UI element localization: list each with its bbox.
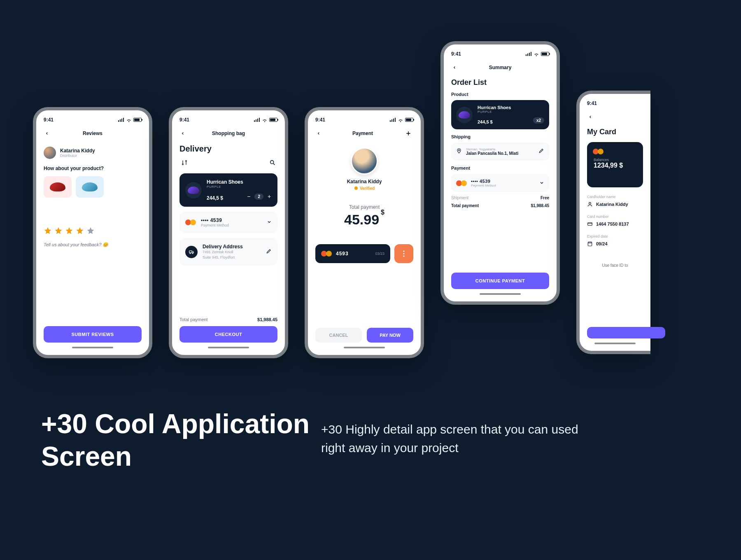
status-bar: 9:41	[44, 116, 142, 124]
status-time: 9:41	[451, 51, 461, 57]
section-heading: Order List	[451, 78, 549, 87]
minus-button[interactable]: −	[246, 193, 251, 200]
search-button[interactable]	[268, 158, 277, 168]
shipping-card[interactable]: Sleman, Yogyakarta Jalan Pancasila No.1,…	[451, 142, 549, 161]
card-last4: 4593	[336, 251, 349, 257]
wifi-icon	[126, 118, 132, 122]
status-bar: 9:41	[315, 116, 413, 124]
status-time: 9:41	[44, 117, 54, 123]
cancel-button[interactable]: CANCEL	[315, 328, 362, 343]
svg-rect-1	[189, 251, 192, 253]
back-button[interactable]	[44, 130, 50, 137]
total-label: Total payment	[179, 317, 207, 322]
address-title: Delivery Address	[203, 244, 243, 250]
edit-button[interactable]	[266, 248, 272, 256]
chevron-down-icon[interactable]	[267, 219, 272, 226]
total-amount: 45.99$	[344, 212, 384, 228]
truck-icon	[185, 246, 198, 258]
qty-stepper[interactable]: − 2 +	[246, 193, 272, 200]
signal-icon	[118, 118, 124, 122]
star-icon[interactable]	[76, 226, 84, 236]
add-button[interactable]	[403, 128, 413, 138]
row-label: Shipment	[451, 196, 468, 200]
reviewer-row: Katarina Kiddy Distributor	[44, 147, 142, 159]
credit-card[interactable]: Balances 1234,99 $	[587, 142, 643, 187]
mastercard-icon	[185, 219, 196, 226]
pay-now-button[interactable]: PAY NOW	[367, 328, 413, 343]
chevron-down-icon[interactable]	[539, 180, 544, 187]
product-thumb[interactable]	[76, 176, 104, 198]
card-number-field[interactable]: 1464 7550 8137	[587, 221, 643, 227]
product-name: Hurrican Shoes	[207, 179, 272, 185]
payment-sub: Payment Method	[471, 184, 535, 187]
label-payment: Payment	[451, 166, 549, 170]
back-button[interactable]	[179, 130, 186, 137]
product-thumb	[185, 182, 202, 198]
payer-name: Katarina Kiddy	[315, 179, 413, 184]
card-icon	[587, 221, 593, 227]
svg-point-5	[403, 250, 404, 252]
cart-item-card[interactable]: Hurrican Shoes PURPLE 244,5 $ − 2 +	[179, 173, 277, 207]
filter-button[interactable]	[179, 158, 189, 168]
battery-icon	[133, 118, 142, 122]
wifi-icon	[534, 52, 539, 56]
back-button[interactable]	[451, 64, 458, 71]
submit-reviews-button[interactable]: SUBMIT REVIEWS	[44, 326, 142, 343]
total-value: $1,988.45	[257, 317, 277, 322]
selected-card[interactable]: 4593 03/23	[315, 244, 390, 263]
marketing-subline: +30 Highly detail app screen that you ca…	[321, 420, 585, 457]
status-bar: 9:41	[451, 50, 549, 58]
cardholder-field[interactable]: Katarina Kiddy	[587, 201, 643, 207]
card-last4: •••• 4539	[471, 179, 535, 184]
star-icon[interactable]	[65, 226, 73, 236]
payment-card[interactable]: •••• 4539 Payment Method	[451, 174, 549, 192]
marketing-headline: +30 Cool Application Screen	[41, 408, 354, 473]
status-time: 9:41	[315, 117, 325, 123]
page-title: Payment	[352, 131, 373, 136]
checkout-button[interactable]: CHECKOUT	[179, 326, 277, 343]
more-button[interactable]	[394, 244, 413, 263]
label-shipping: Shipping	[451, 134, 549, 139]
feedback-prompt[interactable]: Tell us about your feedback? 😊	[44, 242, 142, 247]
star-icon[interactable]	[86, 226, 95, 236]
phone-summary: 9:41 Summary Order List Product Hurrican…	[440, 41, 560, 305]
svg-point-9	[589, 202, 591, 204]
back-button[interactable]	[315, 130, 322, 137]
avatar	[44, 147, 56, 159]
status-bar: 9:41	[179, 116, 277, 124]
star-icon[interactable]	[44, 226, 52, 236]
star-icon[interactable]	[54, 226, 63, 236]
phone-shopping-bag: 9:41 Shopping bag Delivery Hurrican Shoe…	[169, 107, 288, 358]
row-value: Free	[541, 196, 549, 200]
field-label-holder: Cardholder name	[587, 195, 643, 199]
page-title: Reviews	[83, 131, 103, 136]
product-price: 244,5 $	[207, 195, 223, 201]
qty-badge: x2	[533, 117, 544, 124]
product-variant: PURPLE	[478, 110, 544, 114]
svg-point-4	[354, 187, 358, 190]
product-thumb[interactable]	[44, 176, 72, 198]
plus-button[interactable]: +	[267, 193, 272, 200]
calendar-icon	[587, 241, 593, 247]
primary-action-button[interactable]	[587, 327, 665, 338]
edit-button[interactable]	[538, 148, 544, 155]
card-expiry: 03/23	[375, 252, 384, 256]
status-time: 9:41	[179, 117, 189, 123]
expiry-field[interactable]: 09/24	[587, 241, 643, 247]
phone-payment: 9:41 Payment Katarina Kiddy Verified Tot…	[305, 107, 424, 358]
delivery-address-card[interactable]: Delivery Address 7491 Zemlak Knoll Suite…	[179, 238, 277, 266]
battery-icon	[541, 52, 549, 56]
wifi-icon	[262, 118, 268, 122]
rating-stars[interactable]	[44, 226, 142, 236]
row-label: Total payment	[451, 203, 479, 208]
back-button[interactable]	[587, 114, 594, 120]
continue-payment-button[interactable]: CONTINUE PAYMENT	[451, 273, 549, 289]
user-icon	[587, 201, 593, 207]
svg-rect-11	[588, 242, 592, 246]
mastercard-icon	[593, 148, 604, 155]
status-time: 9:41	[587, 100, 597, 106]
home-indicator	[72, 347, 113, 348]
row-value: $1,988.45	[531, 203, 550, 208]
payment-method-card[interactable]: •••• 4539 Payment Method	[179, 212, 277, 233]
order-item-card[interactable]: Hurrican Shoes PURPLE 244,5 $ x2	[451, 100, 549, 129]
